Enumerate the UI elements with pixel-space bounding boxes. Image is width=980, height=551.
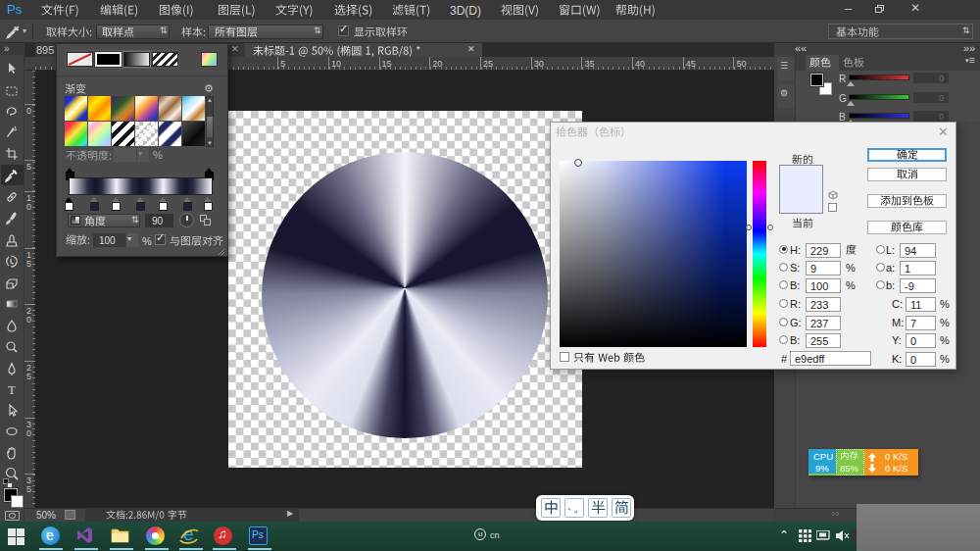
svg-text:T: T [8, 382, 16, 396]
